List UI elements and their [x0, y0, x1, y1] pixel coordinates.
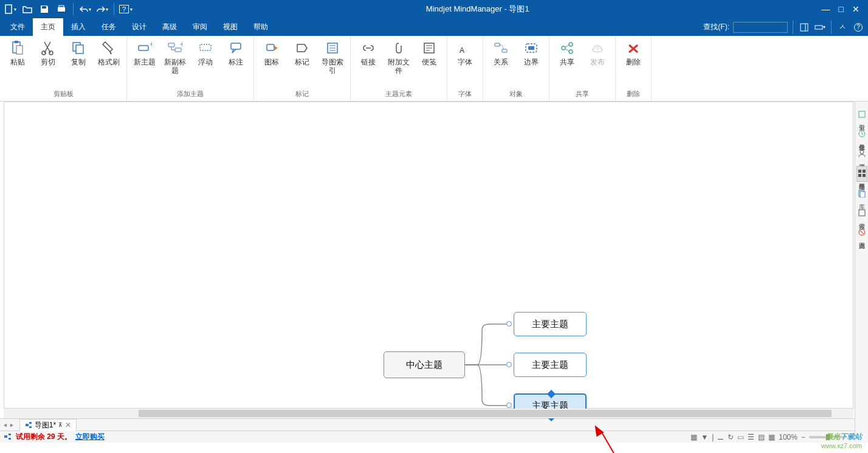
svg-text:+: + — [150, 42, 152, 49]
layout-icon[interactable]: ▭ — [737, 433, 744, 441]
font-button[interactable]: A字体 — [451, 38, 479, 88]
menu-insert[interactable]: 插入 — [63, 18, 94, 36]
note-icon — [422, 41, 436, 55]
help-dropdown[interactable]: ?▾ — [118, 2, 134, 16]
panel-tab-index[interactable]: 索引 — [856, 108, 867, 122]
note-button[interactable]: 便笺 — [415, 38, 443, 88]
zoom-out-button[interactable]: ⚊ — [717, 433, 724, 441]
svg-rect-57 — [9, 438, 11, 440]
outline-icon[interactable]: ☰ — [748, 433, 754, 441]
view-mode-icon[interactable]: ▦ — [691, 433, 697, 441]
subtopic-icon: + — [168, 41, 182, 55]
ribbon-group-object: 关系 边界 对象 — [483, 36, 549, 101]
svg-rect-13 — [76, 45, 83, 54]
ruler-button[interactable]: ▾ — [814, 21, 826, 33]
panel-tab-search[interactable]: 搜索 — [856, 206, 867, 221]
filter-icon[interactable]: ▼ — [701, 433, 708, 441]
menu-design[interactable]: 设计 — [124, 18, 154, 36]
svg-text:A: A — [460, 46, 464, 55]
zoom-minus-button[interactable]: − — [801, 433, 805, 441]
attach-button[interactable]: 附加文件 — [385, 38, 413, 88]
save-button[interactable] — [36, 2, 52, 16]
share-icon — [560, 41, 574, 55]
undo-button[interactable]: ▾ — [77, 2, 93, 16]
status-icon — [4, 434, 12, 441]
svg-rect-43 — [858, 170, 861, 173]
svg-rect-3 — [59, 5, 64, 7]
menu-file[interactable]: 文件 — [2, 18, 33, 36]
main-topic-node-1[interactable]: 主要主题 — [514, 312, 587, 336]
share-button[interactable]: 共享 — [553, 38, 581, 88]
panel-tab-library[interactable]: 库 — [856, 187, 867, 201]
ribbon-group-topic: +新主题 +新副标题 浮动 标注 添加主题 — [127, 36, 254, 101]
status-bar: 试用剩余 29 天。 立即购买 ▦ ▼ | ⚊ ↻ ▭ ☰ ▤ ▦ 100% −… — [0, 431, 868, 443]
panel-tab-task[interactable]: 任务信息 — [856, 127, 867, 142]
panel-toggle-button[interactable] — [798, 21, 810, 33]
paste-button[interactable]: 粘贴 — [4, 38, 32, 88]
svg-rect-0 — [5, 5, 12, 13]
document-tab[interactable]: 导图1* ⊼ ✕ — [19, 419, 77, 431]
relation-button[interactable]: 关系 — [487, 38, 515, 88]
svg-rect-49 — [859, 210, 865, 216]
calendar-icon[interactable]: ▦ — [768, 433, 775, 441]
floating-topic-button[interactable]: 浮动 — [191, 38, 219, 88]
publish-icon — [590, 41, 605, 55]
horizontal-scrollbar[interactable] — [4, 409, 853, 418]
font-icon: A — [458, 41, 472, 55]
zoom-label: 100% — [779, 433, 797, 441]
publish-button[interactable]: 发布 — [584, 38, 611, 88]
minimize-button[interactable]: — — [822, 4, 830, 14]
new-doc-button[interactable]: ▾ — [2, 2, 18, 16]
cut-button[interactable]: 剪切 — [34, 38, 62, 88]
marker-button[interactable]: 标记 — [288, 38, 316, 88]
connection-port[interactable] — [506, 403, 512, 408]
menu-view[interactable]: 视图 — [215, 18, 246, 36]
menu-review[interactable]: 审阅 — [185, 18, 215, 36]
main-topic-node-2[interactable]: 主要主题 — [514, 353, 587, 377]
new-topic-button[interactable]: +新主题 — [131, 38, 159, 88]
format-painter-button[interactable]: 格式刷 — [95, 38, 123, 88]
copy-button[interactable]: 复制 — [64, 38, 92, 88]
maximize-button[interactable]: □ — [839, 4, 844, 14]
link-button[interactable]: 链接 — [354, 38, 382, 88]
panel-tab-browser[interactable]: 浏览器 — [856, 226, 867, 240]
doc-tab-nav[interactable]: ◄► — [2, 422, 15, 428]
zoom-plus-button[interactable]: + — [849, 433, 853, 441]
icon-button[interactable]: 图标 — [258, 38, 286, 88]
document-tab-label: 导图1* — [35, 420, 56, 431]
pin-icon[interactable]: ⊼ — [58, 422, 63, 428]
panel-tab-component[interactable]: 导图组件 — [856, 166, 867, 182]
close-button[interactable]: ✕ — [852, 4, 859, 14]
delete-button[interactable]: 删除 — [619, 38, 647, 88]
center-topic-node[interactable]: 中心主题 — [384, 351, 465, 378]
buy-now-link[interactable]: 立即购买 — [75, 432, 105, 442]
svg-text:+: + — [180, 42, 182, 49]
gantt-icon[interactable]: ▤ — [758, 433, 765, 441]
find-input[interactable] — [733, 22, 788, 33]
connection-port[interactable] — [506, 321, 512, 327]
mindmap-canvas[interactable]: 中心主题 主要主题 主要主题 主要主题 — [4, 102, 853, 409]
collapse-ribbon-button[interactable]: ㅅ — [836, 21, 849, 33]
boundary-button[interactable]: 边界 — [517, 38, 545, 88]
new-subtopic-button[interactable]: +新副标题 — [161, 38, 189, 88]
connection-port[interactable] — [506, 362, 512, 367]
zoom-slider[interactable] — [809, 436, 846, 438]
paste-icon — [10, 41, 25, 55]
redo-button[interactable]: ▾ — [94, 2, 110, 16]
menu-help[interactable]: 帮助 — [246, 18, 276, 36]
map-index-button[interactable]: 导图索引 — [319, 38, 346, 88]
close-tab-button[interactable]: ✕ — [65, 421, 71, 429]
menu-advanced[interactable]: 高级 — [154, 18, 185, 36]
menu-home[interactable]: 主页 — [33, 18, 63, 36]
open-button[interactable] — [19, 2, 35, 16]
find-label: 查找(F): — [703, 22, 729, 32]
panel-tab-resource[interactable]: 资源 — [856, 147, 867, 161]
print-button[interactable] — [53, 2, 69, 16]
menu-task[interactable]: 任务 — [94, 18, 124, 36]
callout-icon — [229, 41, 243, 55]
svg-rect-1 — [42, 6, 46, 9]
svg-rect-52 — [26, 424, 29, 426]
help-button[interactable]: ? — [852, 21, 864, 33]
callout-button[interactable]: 标注 — [222, 38, 250, 88]
refresh-icon[interactable]: ↻ — [728, 433, 734, 441]
